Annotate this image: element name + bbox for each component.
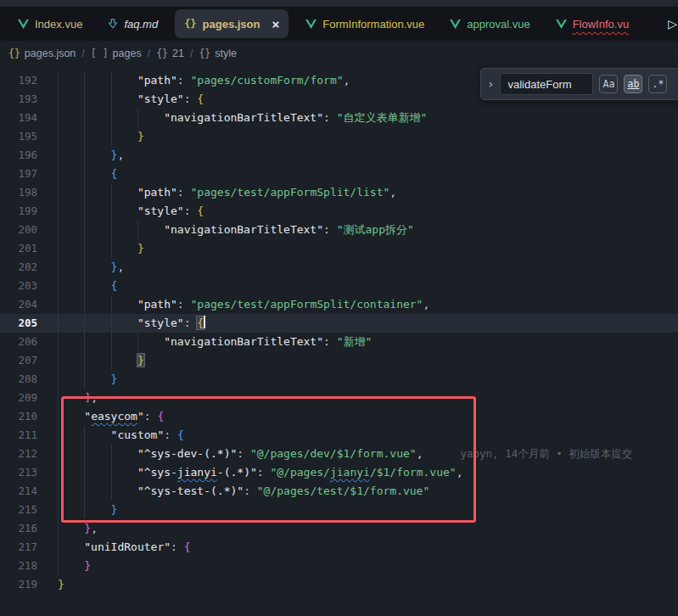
indent-guide bbox=[84, 239, 110, 258]
code-text[interactable]: "navigationBarTitleText": "新增" bbox=[37, 333, 372, 351]
find-expand-chevron-icon[interactable]: › bbox=[487, 77, 494, 91]
line-number: 215 bbox=[0, 501, 37, 519]
indent-guide bbox=[58, 501, 84, 519]
code-token: : bbox=[323, 111, 337, 124]
breadcrumb-item-pages-json[interactable]: {}pages.json bbox=[8, 48, 76, 59]
line-number: 217 bbox=[0, 538, 37, 557]
code-token: "^sys-test-(.*)" bbox=[137, 484, 244, 497]
code-text[interactable]: } bbox=[37, 239, 144, 258]
code-token: } bbox=[58, 578, 64, 591]
breadcrumb-label: style bbox=[215, 48, 237, 59]
tab-pages-json[interactable]: {}pages.json× bbox=[175, 9, 289, 38]
code-text[interactable]: "navigationBarTitleText": "自定义表单新增" bbox=[37, 109, 427, 127]
indent-guide bbox=[111, 463, 137, 482]
code-text[interactable]: } bbox=[37, 351, 144, 370]
code-text[interactable]: } bbox=[37, 575, 64, 594]
indent-guide bbox=[58, 538, 84, 557]
indent-guide bbox=[84, 109, 110, 127]
match-case-button[interactable]: Aa bbox=[599, 75, 618, 93]
indent-guide bbox=[58, 146, 84, 165]
code-text[interactable]: "uniIdRouter": { bbox=[37, 538, 191, 557]
code-text[interactable]: { bbox=[37, 277, 117, 295]
code-text[interactable]: ], bbox=[37, 389, 98, 407]
indent-guide bbox=[58, 463, 84, 482]
tab-forminformation-vue[interactable]: FormInformation.vue bbox=[293, 7, 437, 41]
line-number: 218 bbox=[0, 557, 37, 575]
code-token: "@/pages/ bbox=[270, 466, 329, 479]
code-token: { bbox=[197, 204, 204, 217]
code-text[interactable]: { bbox=[37, 165, 117, 183]
indent-guide bbox=[58, 389, 84, 407]
code-text[interactable]: "path": "pages/test/appFormSplit/contain… bbox=[37, 295, 429, 314]
indent-guide bbox=[84, 445, 110, 463]
indent-guide bbox=[137, 109, 164, 127]
code-text[interactable]: }, bbox=[37, 519, 98, 538]
code-line-217: 217"uniIdRouter": { bbox=[0, 538, 678, 557]
breadcrumb: {}pages.json/[ ]pages/{}21/{}style bbox=[0, 41, 678, 66]
code-text[interactable]: "navigationBarTitleText": "测试app拆分" bbox=[37, 221, 414, 239]
code-text[interactable]: } bbox=[37, 370, 117, 389]
breadcrumb-item-style[interactable]: {}style bbox=[199, 48, 237, 59]
line-number: 192 bbox=[0, 71, 37, 90]
code-token: : bbox=[237, 447, 250, 460]
code-token: } bbox=[111, 503, 118, 516]
indent-guide bbox=[111, 239, 137, 258]
indent-guide bbox=[111, 183, 137, 202]
code-token: : bbox=[257, 466, 271, 479]
code-text[interactable]: "path": "pages/test/appFormSplit/list", bbox=[37, 183, 396, 202]
line-number: 197 bbox=[0, 165, 37, 183]
find-widget: › Aa ab .* bbox=[480, 68, 678, 100]
code-text[interactable]: } bbox=[37, 127, 144, 146]
line-number: 196 bbox=[0, 146, 37, 165]
code-text[interactable]: "^sys-test-(.*)": "@/pages/test/$1/form.… bbox=[37, 482, 429, 501]
indent-guide bbox=[58, 370, 84, 389]
tab-label: approval.vue bbox=[467, 18, 530, 31]
code-text[interactable]: "style": { bbox=[37, 314, 205, 333]
breadcrumb-item-21[interactable]: {}21 bbox=[156, 48, 184, 59]
braces-icon: {} bbox=[156, 48, 168, 59]
tab-approval-vue[interactable]: approval.vue bbox=[437, 7, 542, 41]
window-title-strip bbox=[0, 0, 678, 7]
code-text[interactable]: "path": "pages/customForm/form", bbox=[37, 71, 350, 90]
code-token: , bbox=[457, 466, 463, 479]
tab-close-icon[interactable]: × bbox=[272, 18, 280, 31]
regex-button[interactable]: .* bbox=[648, 75, 667, 93]
code-token: , bbox=[91, 391, 98, 404]
code-text[interactable]: }, bbox=[37, 258, 124, 277]
indent-guide bbox=[84, 351, 110, 370]
line-number: 199 bbox=[0, 202, 37, 221]
code-token: "style" bbox=[137, 316, 184, 329]
code-text[interactable]: "easycom": { bbox=[37, 407, 164, 426]
code-text[interactable]: "^sys-jianyi-(.*)": "@/pages/jianyi/$1/f… bbox=[37, 463, 462, 482]
code-text[interactable]: "style": { bbox=[37, 90, 204, 109]
whole-word-button[interactable]: ab bbox=[624, 75, 642, 93]
code-token: "style" bbox=[137, 92, 184, 105]
code-line-206: 206"navigationBarTitleText": "新增" bbox=[0, 333, 678, 351]
code-token: : bbox=[184, 316, 198, 329]
indent-guide bbox=[111, 482, 137, 501]
code-text[interactable]: "style": { bbox=[37, 202, 204, 221]
code-text[interactable]: }, bbox=[37, 146, 124, 165]
indent-guide bbox=[111, 202, 137, 221]
breadcrumb-label: 21 bbox=[172, 48, 184, 59]
tab-index-vue[interactable]: Index.vue bbox=[5, 7, 95, 41]
tab-flowinfo-vu[interactable]: FlowInfo.vu bbox=[543, 7, 642, 41]
tab-faq-md[interactable]: faq.md bbox=[95, 7, 171, 41]
indent-guide bbox=[58, 258, 84, 277]
code-token: } bbox=[84, 522, 91, 535]
code-token: { bbox=[197, 316, 204, 329]
line-number: 212 bbox=[0, 445, 37, 463]
find-input[interactable] bbox=[500, 73, 593, 95]
indent-guide bbox=[58, 445, 84, 463]
line-number: 214 bbox=[0, 482, 37, 501]
breadcrumb-item-pages[interactable]: [ ]pages bbox=[91, 48, 142, 59]
code-text[interactable]: "^sys-dev-(.*)": "@/pages/dev/$1/form.vu… bbox=[37, 445, 632, 463]
code-text[interactable]: "custom": { bbox=[37, 426, 184, 445]
code-editor[interactable]: 192"path": "pages/customForm/form",193"s… bbox=[0, 66, 678, 616]
tab-overflow-chevron-icon[interactable]: ▷ bbox=[668, 17, 677, 31]
breadcrumb-separator: / bbox=[190, 48, 193, 59]
code-text[interactable]: } bbox=[37, 557, 91, 575]
code-text[interactable]: } bbox=[37, 501, 117, 519]
code-line-203: 203{ bbox=[0, 277, 678, 295]
line-number: 205 bbox=[0, 314, 37, 333]
